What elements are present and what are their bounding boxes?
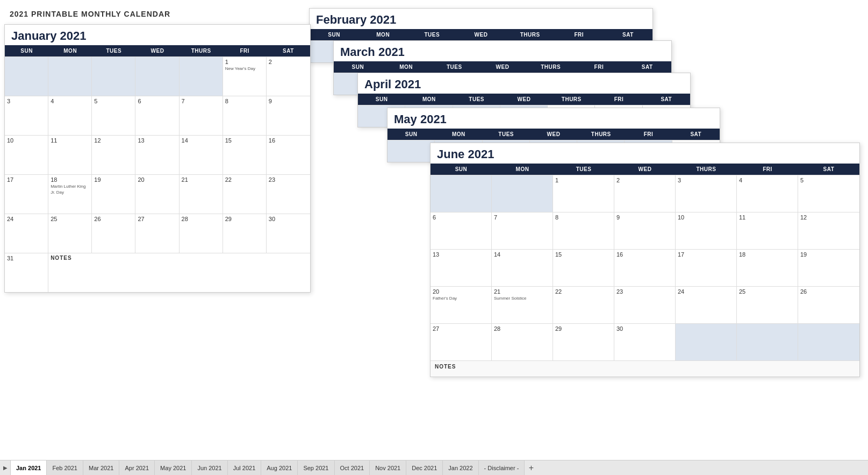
apr-fri: FRI xyxy=(595,94,642,105)
jan-sun: SUN xyxy=(5,45,48,56)
feb-sat: SAT xyxy=(604,29,652,40)
main-container: 2021 PRINTABLE MONTHLY CALENDAR February… xyxy=(0,0,868,475)
march-title: March 2021 xyxy=(334,41,671,61)
tab-jun-2021[interactable]: Jun 2021 xyxy=(191,460,227,476)
jun-fri: FRI xyxy=(737,164,798,175)
april-title: April 2021 xyxy=(358,73,690,94)
tab-jan-2022[interactable]: Jan 2022 xyxy=(442,460,478,476)
tab-add-button[interactable]: + xyxy=(525,460,537,476)
feb-fri: FRI xyxy=(555,29,604,40)
jan-mon: MON xyxy=(48,45,92,56)
mar-sat: SAT xyxy=(623,61,671,73)
tab-oct-2021[interactable]: Oct 2021 xyxy=(334,460,370,476)
tab-apr-2021[interactable]: Apr 2021 xyxy=(119,460,155,476)
mar-mon: MON xyxy=(382,61,431,73)
mar-sun: SUN xyxy=(334,61,382,73)
tab-nov-2021[interactable]: Nov 2021 xyxy=(369,460,406,476)
jan-thurs: THURS xyxy=(180,45,223,56)
january-title: January 2021 xyxy=(5,25,310,45)
jan-sat: SAT xyxy=(267,45,310,56)
tab-bar: ▶ Jan 2021 Feb 2021 Mar 2021 Apr 2021 Ma… xyxy=(0,460,868,475)
apr-mon: MON xyxy=(405,94,453,105)
feb-thurs: THURS xyxy=(506,29,555,40)
may-mon: MON xyxy=(435,129,482,140)
may-sun: SUN xyxy=(388,129,435,140)
jan-tues: TUES xyxy=(92,45,135,56)
may-header: SUN MON TUES WED THURS FRI SAT xyxy=(388,129,720,140)
tab-aug-2021[interactable]: Aug 2021 xyxy=(261,460,298,476)
page-title: 2021 PRINTABLE MONTHLY CALENDAR xyxy=(10,10,170,18)
mar-thurs: THURS xyxy=(527,61,575,73)
june-header: SUN MON TUES WED THURS FRI SAT xyxy=(431,164,859,175)
may-wed: WED xyxy=(530,129,577,140)
tab-scroll-left[interactable]: ▶ xyxy=(0,460,11,476)
jun-tues: TUES xyxy=(553,164,614,175)
tab-mar-2021[interactable]: Mar 2021 xyxy=(83,460,119,476)
apr-tues: TUES xyxy=(453,94,500,105)
tab-jul-2021[interactable]: Jul 2021 xyxy=(227,460,262,476)
tab-jan-2021[interactable]: Jan 2021 xyxy=(10,460,47,476)
june-body: 1 2 3 4 5 6 7 8 9 10 11 12 13 14 15 16 xyxy=(431,175,859,377)
feb-mon: MON xyxy=(358,29,407,40)
january-calendar: January 2021 SUN MON TUES WED THURS FRI … xyxy=(4,24,311,293)
march-header: SUN MON TUES WED THURS FRI SAT xyxy=(334,61,671,73)
may-tues: TUES xyxy=(483,129,530,140)
tab-feb-2021[interactable]: Feb 2021 xyxy=(46,460,83,476)
february-title: February 2021 xyxy=(310,9,652,29)
jun-thurs: THURS xyxy=(676,164,737,175)
june-notes: NOTES xyxy=(431,360,859,377)
feb-sun: SUN xyxy=(310,29,358,40)
june-title: June 2021 xyxy=(431,143,859,164)
january-body: 1New Year's Day 2 3 4 5 6 7 8 9 10 11 12… xyxy=(5,56,310,292)
tab-disclaimer[interactable]: - Disclaimer - xyxy=(478,460,525,476)
apr-thurs: THURS xyxy=(548,94,595,105)
may-thurs: THURS xyxy=(577,129,625,140)
feb-wed: WED xyxy=(456,29,505,40)
june-calendar: June 2021 SUN MON TUES WED THURS FRI SAT… xyxy=(430,143,860,377)
jan-fri: FRI xyxy=(223,45,267,56)
tab-sep-2021[interactable]: Sep 2021 xyxy=(297,460,334,476)
tab-dec-2021[interactable]: Dec 2021 xyxy=(406,460,443,476)
january-header: SUN MON TUES WED THURS FRI SAT xyxy=(5,45,310,56)
may-title: May 2021 xyxy=(388,108,720,129)
may-sat: SAT xyxy=(672,129,720,140)
apr-wed: WED xyxy=(500,94,548,105)
april-header: SUN MON TUES WED THURS FRI SAT xyxy=(358,94,690,105)
mar-tues: TUES xyxy=(430,61,478,73)
feb-tues: TUES xyxy=(407,29,456,40)
february-header: SUN MON TUES WED THURS FRI SAT xyxy=(310,29,652,40)
mar-wed: WED xyxy=(478,61,527,73)
apr-sat: SAT xyxy=(643,94,690,105)
jun-sat: SAT xyxy=(798,164,859,175)
may-fri: FRI xyxy=(625,129,672,140)
jun-mon: MON xyxy=(492,164,553,175)
apr-sun: SUN xyxy=(358,94,405,105)
jan-wed: WED xyxy=(135,45,179,56)
tab-may-2021[interactable]: May 2021 xyxy=(154,460,192,476)
jun-sun: SUN xyxy=(431,164,492,175)
jun-wed: WED xyxy=(614,164,676,175)
mar-fri: FRI xyxy=(575,61,623,73)
